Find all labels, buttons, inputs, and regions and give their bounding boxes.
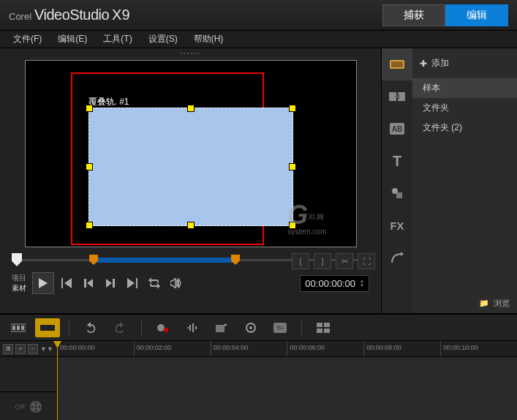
next-frame-button[interactable] [101, 274, 120, 293]
menubar: 文件(F) 编辑(E) 工具(T) 设置(S) 帮助(H) [0, 31, 517, 48]
mark-in-handle[interactable] [89, 255, 98, 265]
category-filter-icon[interactable]: FX [382, 209, 412, 241]
tick: 00:00:00:00 [57, 341, 134, 356]
auto-music-button[interactable] [209, 318, 234, 337]
svg-rect-12 [21, 326, 24, 330]
category-graphic-icon[interactable] [382, 177, 412, 209]
resize-handle-n[interactable] [187, 105, 195, 112]
timecode-down[interactable]: ▼ [360, 283, 364, 288]
video-track-header[interactable] [0, 357, 57, 392]
resize-handle-ne[interactable] [289, 105, 296, 112]
folder-icon: 📁 [479, 299, 489, 308]
timeline-view-button[interactable] [35, 318, 60, 337]
track-lanes[interactable] [57, 357, 517, 420]
timeline-ruler[interactable]: ⊞ + − ▼▼ 00:00:00:00 00:00:02:00 00:00:0… [0, 341, 517, 357]
redo-button[interactable] [107, 318, 132, 337]
timecode-display[interactable]: 00:00:00:00 ▲ ▼ [300, 275, 369, 292]
svg-point-29 [39, 405, 41, 408]
resize-handle-e[interactable] [289, 163, 296, 170]
watermark: GXI.网system.com [287, 200, 326, 241]
menu-file[interactable]: 文件(F) [6, 31, 49, 47]
resize-handle-sw[interactable] [86, 222, 93, 229]
separator [301, 320, 302, 336]
svg-point-28 [35, 402, 37, 404]
tick: 00:00:10:00 [440, 341, 517, 356]
svg-text:T: T [393, 154, 401, 168]
transport-mode[interactable]: 项目 素材 [12, 273, 26, 293]
end-button[interactable] [123, 274, 142, 293]
overlay-track-header[interactable]: ◇≡ [0, 392, 57, 420]
resize-handle-nw[interactable] [86, 105, 93, 112]
undo-button[interactable] [78, 318, 103, 337]
resize-handle-s[interactable] [187, 222, 195, 229]
category-transition-icon[interactable] [382, 80, 412, 113]
category-media-icon[interactable] [382, 48, 412, 80]
scrub-thumb[interactable] [12, 253, 22, 266]
svg-rect-1 [391, 61, 403, 67]
svg-rect-8 [396, 192, 402, 198]
svg-point-16 [157, 324, 165, 331]
brand-app: VideoStudio [34, 7, 109, 23]
svg-rect-18 [216, 325, 224, 332]
track-toggle-icon[interactable]: ◇≡ [15, 402, 25, 411]
storyboard-view-button[interactable] [6, 318, 31, 337]
svg-point-30 [35, 409, 37, 411]
motion-track-button[interactable] [238, 318, 263, 337]
audio-mixer-button[interactable] [180, 318, 205, 337]
brand-corel: Corel [9, 11, 31, 22]
scrub-range[interactable] [92, 258, 235, 263]
track-headers: ◇≡ [0, 357, 57, 420]
volume-button[interactable] [167, 274, 186, 293]
category-text-icon[interactable]: T [382, 145, 412, 177]
add-track-button[interactable]: + [15, 344, 26, 354]
mark-in-button[interactable]: [ [292, 253, 309, 269]
resize-handle-w[interactable] [86, 163, 93, 170]
playhead[interactable] [57, 341, 58, 420]
repeat-button[interactable] [145, 274, 164, 293]
add-folder-button[interactable]: ✚ 添加 [412, 54, 517, 72]
folder-item-1[interactable]: 文件夹 [412, 98, 517, 118]
menu-tool[interactable]: 工具(T) [96, 31, 139, 47]
category-path-icon[interactable] [382, 241, 412, 274]
overlay-clip[interactable] [88, 108, 293, 226]
expand-button[interactable]: ⛶ [358, 253, 375, 269]
split-button[interactable]: ✂ [336, 253, 353, 269]
mode-tabs: 捕获 编辑 [382, 4, 508, 26]
menu-help[interactable]: 帮助(H) [186, 31, 231, 47]
svg-rect-10 [12, 326, 15, 330]
brand-version: X9 [112, 7, 129, 23]
transport-bar: 项目 素材 00: [6, 269, 375, 297]
brand: Corel VideoStudio X9 [9, 7, 130, 23]
svg-rect-11 [17, 326, 20, 330]
subtitle-button[interactable]: T≡ [268, 318, 293, 337]
mark-out-handle[interactable] [231, 255, 240, 265]
menu-edit[interactable]: 编辑(E) [50, 31, 94, 47]
library-panel: AB T FX ✚ 添加 样本 文件夹 文件夹 (2) [381, 48, 517, 313]
remove-track-button[interactable]: − [28, 344, 38, 354]
svg-point-32 [35, 405, 37, 408]
add-label: 添加 [431, 57, 449, 70]
folder-item-sample[interactable]: 样本 [412, 78, 517, 98]
timeline-tracks: ◇≡ [0, 357, 517, 420]
toggle-all-tracks[interactable]: ⊞ [3, 344, 13, 354]
folder-item-2[interactable]: 文件夹 (2) [412, 118, 517, 138]
mode-project[interactable]: 项目 [12, 273, 26, 283]
tab-edit[interactable]: 编辑 [445, 4, 508, 26]
menu-settings[interactable]: 设置(S) [141, 31, 185, 47]
prev-frame-button[interactable] [79, 274, 98, 293]
chevron-down-icon[interactable]: ▼▼ [40, 345, 53, 353]
browse-button[interactable]: 📁 浏览 [479, 298, 510, 309]
tab-capture[interactable]: 捕获 [382, 4, 445, 26]
multicam-button[interactable] [311, 318, 336, 337]
mark-out-button[interactable]: ] [314, 253, 331, 269]
svg-point-31 [31, 405, 34, 408]
play-button[interactable] [32, 272, 54, 294]
preview-canvas[interactable]: 覆叠轨. #1 GXI.网system.com [25, 60, 357, 247]
svg-rect-25 [317, 329, 322, 333]
record-button[interactable] [151, 318, 176, 337]
ruler-ticks: 00:00:00:00 00:00:02:00 00:00:04:00 00:0… [57, 341, 517, 356]
mode-clip[interactable]: 素材 [12, 283, 26, 293]
svg-rect-24 [324, 323, 330, 327]
category-title-icon[interactable]: AB [382, 113, 412, 145]
home-button[interactable] [57, 274, 76, 293]
